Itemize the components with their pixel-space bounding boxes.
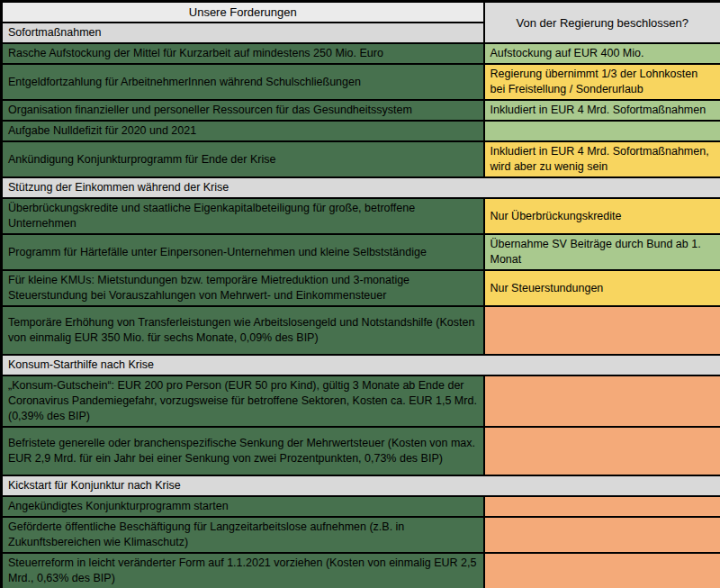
- column-header-government: Von der Regierung beschlossen?: [484, 2, 720, 44]
- answer-cell: [484, 306, 720, 355]
- demand-cell: Steuerreform in leicht veränderter Form …: [2, 553, 484, 588]
- table-row: Befristete generelle oder branchenspezif…: [2, 427, 720, 475]
- table-row: Entgeldfortzahlung für ArbeitnehmerInnen…: [2, 64, 720, 100]
- answer-cell: [484, 496, 720, 517]
- section-row: Stützung der Einkommen während der Krise: [2, 177, 720, 198]
- answer-cell: Inkludiert in EUR 4 Mrd. Sofortmaßnahmen: [484, 100, 720, 121]
- section-label-kickstart: Kickstart für Konjunktur nach Krise: [2, 475, 720, 496]
- answer-cell: Inkludiert in EUR 4 Mrd. Sofortmaßnahmen…: [484, 141, 720, 177]
- section-label-konsum: Konsum-Starthilfe nach Krise: [2, 355, 720, 375]
- demand-cell: Geförderte öffentliche Beschäftigung für…: [2, 517, 484, 553]
- table-row: Organisation finanzieller und personelle…: [2, 100, 720, 121]
- section-row: Kickstart für Konjunktur nach Krise: [2, 475, 720, 496]
- demand-cell: Temporäre Erhöhung von Transferleistunge…: [2, 306, 484, 355]
- demand-cell: Für kleine KMUs: Mietstundungen bzw. tem…: [2, 270, 484, 306]
- table-row: Für kleine KMUs: Mietstundungen bzw. tem…: [2, 270, 720, 306]
- answer-cell: Nur Überbrückungskredite: [484, 198, 720, 234]
- header-row: Unsere Forderungen Von der Regierung bes…: [2, 2, 720, 23]
- table-row: Angekündigtes Konjunkturprogramm starten: [2, 496, 720, 517]
- answer-cell: [484, 375, 720, 427]
- table-row: Geförderte öffentliche Beschäftigung für…: [2, 517, 720, 553]
- table-row: Steuerreform in leicht veränderter Form …: [2, 553, 720, 588]
- section-row: Konsum-Starthilfe nach Krise: [2, 355, 720, 375]
- demands-table: Unsere Forderungen Von der Regierung bes…: [0, 0, 720, 588]
- table-row: „Konsum-Gutschein“: EUR 200 pro Person (…: [2, 375, 720, 427]
- section-label-sofortmassnahmen: Sofortmaßnahmen: [2, 23, 484, 43]
- table-row: Aufgabe Nulldefizit für 2020 und 2021: [2, 121, 720, 141]
- table-row: Ankündigung Konjunkturprogramm für Ende …: [2, 141, 720, 177]
- demand-cell: Organisation finanzieller und personelle…: [2, 100, 484, 121]
- demand-cell: Entgeldfortzahlung für ArbeitnehmerInnen…: [2, 64, 484, 100]
- demand-cell: Aufgabe Nulldefizit für 2020 und 2021: [2, 121, 484, 141]
- section-label-stuetzung: Stützung der Einkommen während der Krise: [2, 177, 720, 198]
- demand-cell: „Konsum-Gutschein“: EUR 200 pro Person (…: [2, 375, 484, 427]
- answer-cell: Aufstockung auf EUR 400 Mio.: [484, 43, 720, 64]
- column-header-demands: Unsere Forderungen: [2, 2, 484, 23]
- table-row: Überbrückungskredite und staatliche Eige…: [2, 198, 720, 234]
- demand-cell: Überbrückungskredite und staatliche Eige…: [2, 198, 484, 234]
- answer-cell: [484, 427, 720, 475]
- demand-cell: Befristete generelle oder branchenspezif…: [2, 427, 484, 475]
- table-row: Programm für Härtefälle unter Einpersone…: [2, 234, 720, 270]
- demand-cell: Ankündigung Konjunkturprogramm für Ende …: [2, 141, 484, 177]
- answer-cell: Regierung übernimmt 1/3 der Lohnkosten b…: [484, 64, 720, 100]
- table-row: Rasche Aufstockung der Mittel für Kurzar…: [2, 43, 720, 64]
- answer-cell: Nur Steuerstundungen: [484, 270, 720, 306]
- answer-cell: [484, 517, 720, 553]
- answer-cell: [484, 121, 720, 141]
- demand-cell: Angekündigtes Konjunkturprogramm starten: [2, 496, 484, 517]
- answer-cell: [484, 553, 720, 588]
- table-row: Temporäre Erhöhung von Transferleistunge…: [2, 306, 720, 355]
- answer-cell: Übernahme SV Beiträge durch Bund ab 1. M…: [484, 234, 720, 270]
- demand-cell: Rasche Aufstockung der Mittel für Kurzar…: [2, 43, 484, 64]
- demand-cell: Programm für Härtefälle unter Einpersone…: [2, 234, 484, 270]
